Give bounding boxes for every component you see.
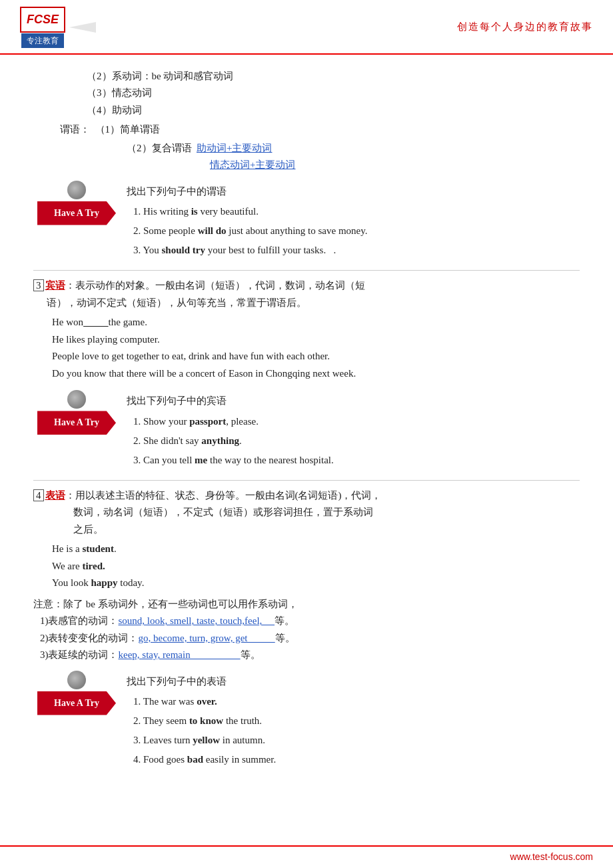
page-footer: www.test-focus.com [0,845,613,868]
bold-1-2: will do [198,225,227,236]
section-3: 3宾语：表示动作的对象。一般由名词（短语），代词，数词，动名词（短 语），动词不… [33,277,580,382]
bold-2-3: me [195,455,207,465]
section-3-def-2: 语），动词不定式（短语），从句等充当，常置于谓语后。 [47,295,580,312]
bold-2-2: anything [201,435,239,446]
section-3-ex-2: He likes playing computer. [52,331,580,349]
exercise-item-1-3: 3. You should try your best to fulfill y… [133,241,580,259]
badge-circle-2 [67,390,86,409]
bold-4-2: tired. [82,561,105,571]
verb-type-2: （2）系动词：be 动词和感官动词 [87,68,580,85]
predicate-row-1: 谓语： （1）简单谓语 [33,121,580,139]
verb-type-3: （3）情态动词 [87,85,580,102]
bold-4-1: student [82,543,114,554]
underline-won [83,317,109,327]
main-content: （2）系动词：be 动词和感官动词 （3）情态动词 （4）助动词 谓语： （1）… [0,55,613,800]
note-2-underline: go, become, turn, grow, get [139,633,275,643]
section-4: 4表语：用以表述主语的特征、状态、身份等。一般由名词(名词短语)，代词， 数词，… [33,487,580,664]
section-4-ex-1: He is a student. [52,541,580,558]
exercise-item-3-4: 4. Food goes bad easily in summer. [133,751,580,769]
logo-text: FCSE [27,13,59,26]
bold-3-4: bad [187,754,203,765]
badge-label-2: Have A Try [37,411,116,435]
page-header: FCSE 专注教育 创造每个人身边的教育故事 [0,0,613,55]
predicate-section: 谓语： （1）简单谓语 （2）复合谓语 助动词+主要动词 情态动词+主要动词 [33,121,580,174]
exercise-label-2: 找出下列句子中的宾语 [127,393,580,410]
exercise-item-3-1: 1. The war was over. [133,693,580,711]
badge-circle-3 [67,671,86,689]
bold-2-1: passport [189,416,226,427]
section-4-note-1: 1)表感官的动词：sound, look, smell, taste, touc… [40,613,580,630]
try-content-3: 找出下列句子中的表语 1. The war was over. 2. They … [120,669,580,771]
exercise-item-3-2: 2. They seem to know the truth. [133,712,580,730]
exercise-item-1-1: 1. His writing is very beautiful. [133,203,580,221]
predicate-row-3: 情态动词+主要动词 [210,157,580,174]
have-try-section-1: Have A Try 找出下列句子中的谓语 1. His writing is … [33,179,580,261]
predicate-compound-label: （2）复合谓语 [127,140,197,157]
section-3-ex-4: Do you know that there will be a concert… [52,365,580,383]
exercise-item-1-2: 2. Some people will do just about anythi… [133,222,580,240]
footer-url: www.test-focus.com [510,849,593,865]
badge-label-3: Have A Try [37,691,116,715]
section-3-name: 宾语 [45,280,65,291]
section-3-ex-3: People love to get together to eat, drin… [52,348,580,365]
section-3-number: 3 [33,279,44,291]
section-3-ex-1: He won the game. [52,314,580,331]
section-4-def-3: 之后。 [73,521,580,539]
exercise-item-3-3: 3. Leaves turn yellow in autumn. [133,731,580,749]
section-4-title-row: 4表语：用以表述主语的特征、状态、身份等。一般由名词(名词短语)，代词， [33,487,580,505]
try-content-2: 找出下列句子中的宾语 1. Show your passport, please… [120,389,580,471]
verb-type-4: （4）助动词 [87,102,580,119]
bold-3-1: over. [197,696,217,707]
badge-label-1: Have A Try [37,201,116,225]
verb-type-list: （2）系动词：be 动词和感官动词 （3）情态动词 （4）助动词 [33,68,580,119]
exercise-item-2-2: 2. She didn't say anything. [133,432,580,450]
header-slogan: 创造每个人身边的教育故事 [457,19,593,36]
predicate-label: 谓语： （1）简单谓语 [60,121,160,139]
note-3-underline: keep, stay, remain [119,649,241,660]
bold-3-2: to know [189,715,223,726]
have-try-section-3: Have A Try 找出下列句子中的表语 1. The war was ove… [33,669,580,771]
bold-4-3: happy [91,577,118,588]
predicate-row-2: （2）复合谓语 助动词+主要动词 [127,140,580,157]
bold-3-3: yellow [193,735,220,745]
bold-1-1: is [191,206,198,217]
section-4-note-header: 注意：除了 be 系动词外，还有一些动词也可以用作系动词， [33,596,580,613]
try-content-1: 找出下列句子中的谓语 1. His writing is very beauti… [120,179,580,261]
badge-circle-1 [67,181,86,199]
section-4-note-2: 2)表转变变化的动词：go, become, turn, grow, get 等… [40,630,580,647]
logo-sub: 专注教育 [21,33,64,48]
exercise-item-2-3: 3. Can you tell me the way to the neares… [133,451,580,469]
bold-1-3: should try [162,245,205,255]
section-4-number: 4 [33,489,44,501]
divider-1 [33,270,580,271]
note-1-underline: sound, look, smell, taste, touch,feel, [119,615,275,626]
section-3-title-row: 3宾语：表示动作的对象。一般由名词（短语），代词，数词，动名词（短 [33,277,580,295]
exercise-label-1: 找出下列句子中的谓语 [127,183,580,201]
try-badge-3: Have A Try [33,671,120,715]
exercise-item-2-1: 1. Show your passport, please. [133,413,580,431]
predicate-compound-2: 情态动词+主要动词 [210,159,295,170]
try-badge-2: Have A Try [33,390,120,435]
divider-2 [33,480,580,481]
section-4-ex-3: You look happy today. [52,575,580,592]
predicate-compound-1: 助动词+主要动词 [197,140,272,157]
try-badge-1: Have A Try [33,181,120,225]
section-4-note-3: 3)表延续的动词：keep, stay, remain 等。 [40,647,580,664]
logo-area: FCSE 专注教育 [20,7,96,48]
exercise-label-3: 找出下列句子中的表语 [127,673,580,691]
section-4-ex-2: We are tired. [52,558,580,575]
section-4-def-2: 数词，动名词（短语），不定式（短语）或形容词担任，置于系动词 [73,504,580,521]
have-try-section-2: Have A Try 找出下列句子中的宾语 1. Show your passp… [33,389,580,471]
section-4-name: 表语 [45,490,65,501]
